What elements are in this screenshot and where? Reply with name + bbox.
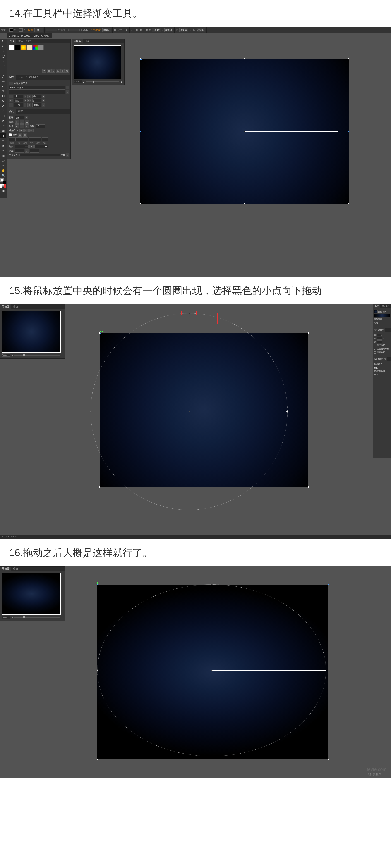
tracking-input[interactable] [32, 99, 41, 102]
paragraph-tab[interactable]: 段落 [16, 75, 25, 80]
corner-miter-icon[interactable]: ◣ [15, 124, 19, 128]
gradient-slider[interactable] [374, 314, 390, 317]
rect-w-input[interactable] [374, 334, 381, 336]
swatch-options-icon[interactable]: ◐ [51, 69, 55, 72]
swatch-gear[interactable] [38, 45, 44, 50]
miter-limit-input[interactable] [36, 124, 45, 128]
gap3-input[interactable] [41, 137, 48, 141]
arrow-start-select[interactable]: — [15, 145, 29, 148]
swatch-black[interactable] [15, 45, 20, 50]
arrow-end-select[interactable]: — [34, 145, 48, 148]
rectangle-shape[interactable] [140, 59, 349, 204]
stroke-dropdown[interactable]: ▾ [24, 29, 25, 31]
scale-tool[interactable]: ⤢ [0, 103, 6, 108]
corner-link-icon[interactable]: ⟓ [383, 337, 384, 339]
gradient-tool[interactable]: ▮ [0, 133, 6, 138]
gradient-tab[interactable]: 渐变 [373, 304, 380, 308]
unite-icon[interactable]: ◼ [374, 367, 375, 369]
graph-tool[interactable]: ▥ [0, 153, 6, 158]
opacity-input[interactable] [102, 28, 111, 32]
opentype-tab[interactable]: OpenType [25, 75, 40, 80]
rectangle-tool[interactable]: ▭ [0, 79, 6, 84]
zoom-out-icon[interactable]: ▲ [83, 81, 85, 83]
font-family-input[interactable] [9, 86, 65, 90]
swatch-white[interactable] [9, 45, 14, 50]
zoom-slider[interactable] [86, 81, 119, 82]
rectangle-shape-3[interactable] [97, 585, 328, 759]
brush-preview[interactable] [68, 29, 80, 31]
gap1-input[interactable] [16, 137, 22, 141]
character-tab[interactable]: 字符 [7, 75, 16, 80]
gradient-annotator-3[interactable] [212, 670, 325, 671]
fill-dropdown[interactable]: ▾ [14, 29, 16, 31]
align-center-icon[interactable]: ▣ [20, 129, 24, 132]
pen-tool[interactable]: ✒ [0, 59, 6, 64]
x-input[interactable] [152, 28, 161, 32]
swatch-sun[interactable] [21, 45, 26, 50]
corner-round-icon[interactable]: ◜ [20, 124, 24, 128]
delete-swatch-icon[interactable]: 🗑 [65, 69, 69, 72]
type-tool[interactable]: T [0, 68, 6, 73]
new-swatch-icon[interactable]: ▣ [60, 69, 64, 72]
direct-selection-tool[interactable] [0, 44, 6, 49]
font-size-input[interactable] [14, 95, 23, 98]
cap-butt-icon[interactable]: ▮ [15, 120, 19, 124]
leading-input[interactable] [32, 95, 41, 98]
rect-link-icon[interactable]: ⟓ [381, 334, 382, 336]
divide-icon[interactable]: ▦ [374, 373, 376, 375]
width-tool[interactable]: ▷ [0, 108, 6, 113]
corner-bl-input[interactable] [377, 340, 382, 343]
paintbrush-tool[interactable]: 🖌 [0, 84, 6, 88]
blend-tool[interactable]: ◉ [0, 143, 6, 148]
stroke-weight-input[interactable] [15, 116, 24, 119]
cap-round-icon[interactable]: ◖ [20, 120, 24, 124]
transform-icon[interactable]: ◐ [131, 29, 134, 32]
hand-tool[interactable]: ✋ [0, 168, 6, 173]
process-tab[interactable]: 过程 [16, 109, 25, 114]
link-corner-check[interactable] [374, 348, 376, 350]
arrow-scale1-input[interactable] [15, 149, 24, 153]
cap-square-icon[interactable]: ▬ [25, 120, 29, 124]
gap2-input[interactable] [29, 137, 35, 141]
zoom-input[interactable] [74, 80, 82, 83]
symbol-sprayer-tool[interactable]: ✲ [0, 148, 6, 153]
mesh-tool[interactable]: ▦ [0, 128, 6, 133]
align-outside-icon[interactable]: ▤ [29, 129, 33, 132]
free-transform-tool[interactable]: ◫ [0, 113, 6, 118]
artboard-tool[interactable]: ▢ [0, 158, 6, 163]
canvas-2[interactable]: ▶● [0, 304, 391, 535]
gradient-annotator[interactable] [245, 131, 337, 132]
link-icon[interactable]: ⟓ [189, 29, 192, 32]
canvas-3[interactable]: ▶● [0, 566, 391, 778]
perspective-tool[interactable]: ▱ [0, 123, 6, 128]
gradient-start-handle-2[interactable] [189, 411, 190, 412]
gradient-start-handle[interactable] [244, 131, 245, 132]
ellipse-left-anchor-3[interactable] [97, 670, 98, 671]
pathfinder-tab[interactable]: 路径查找器 [373, 357, 387, 362]
zoom-in-icon[interactable]: ▲ [120, 81, 122, 83]
stroke-tab[interactable]: 描边 [7, 109, 16, 114]
vscale-input[interactable] [14, 103, 23, 107]
trim-icon[interactable]: ▤ [376, 373, 379, 375]
h-input[interactable] [197, 28, 205, 32]
ellipse-top-anchor-3[interactable] [211, 584, 212, 585]
navigator-thumbnail[interactable] [74, 45, 121, 79]
new-group-icon[interactable]: ▢ [56, 69, 60, 72]
lasso-tool[interactable]: ◯ [0, 54, 6, 59]
touch-type-icon[interactable]: T [9, 82, 13, 85]
eyedropper-tool[interactable]: ✐ [0, 138, 6, 143]
navigator-tab[interactable]: 导航器 [72, 39, 83, 43]
fill-mode-row[interactable] [0, 184, 6, 188]
dash2-input[interactable] [22, 137, 28, 141]
swatch-kind-icon[interactable]: ▦ [47, 69, 51, 72]
dash-checkbox[interactable] [9, 133, 12, 136]
swatch-beige[interactable] [27, 45, 32, 50]
magic-wand-tool[interactable]: ✦ [0, 49, 6, 54]
document-tab[interactable]: 未标题-1* @ 100% (RGB/GPU 预览) [7, 33, 52, 38]
fill-swatch[interactable] [9, 29, 13, 32]
gradient-preview[interactable] [374, 310, 378, 313]
dash3-input[interactable] [35, 137, 41, 141]
info-tab[interactable]: 信息 [83, 39, 91, 43]
slice-tool[interactable]: ✂ [0, 163, 6, 168]
stroke-style-preview[interactable] [46, 29, 57, 31]
